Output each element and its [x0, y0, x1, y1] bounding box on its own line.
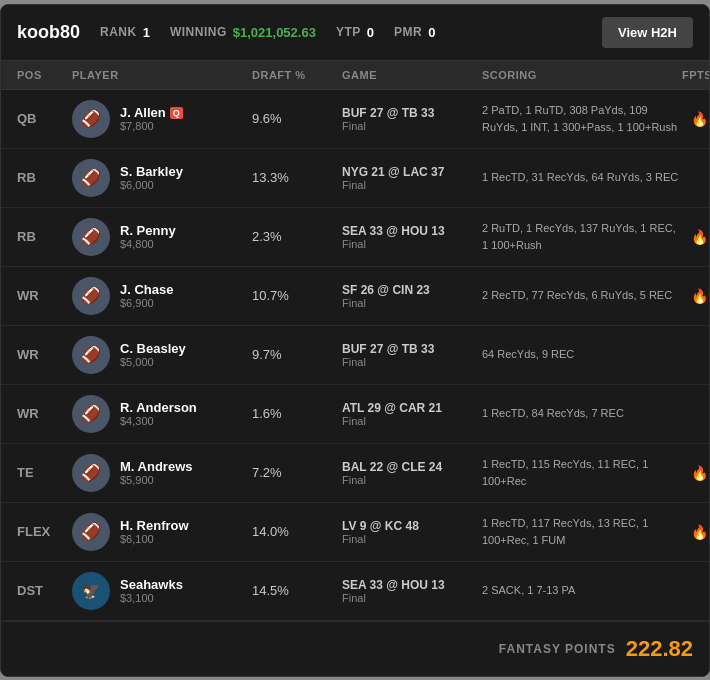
col-game: GAME — [342, 69, 482, 81]
player-name: R. Penny — [120, 223, 176, 238]
player-info: 🏈 J. Allen Q $7,800 — [72, 100, 252, 138]
pmr-stat: PMR 0 — [394, 25, 435, 40]
player-pos: TE — [17, 465, 72, 480]
game-final: Final — [342, 533, 482, 545]
player-name-block: S. Barkley $6,000 — [120, 164, 183, 191]
fpts-cell: 🔥 42.22 — [682, 111, 710, 127]
scoring-text: 2 RecTD, 77 RecYds, 6 RuYds, 5 REC — [482, 287, 682, 304]
table-row: WR 🏈 C. Beasley $5,000 9.7% BUF 27 @ TB … — [1, 326, 709, 385]
player-pos: WR — [17, 347, 72, 362]
player-pos: WR — [17, 406, 72, 421]
player-name-block: Seahawks $3,100 — [120, 577, 183, 604]
pmr-label: PMR — [394, 25, 422, 39]
player-salary: $6,000 — [120, 179, 183, 191]
game-info: SEA 33 @ HOU 13 Final — [342, 224, 482, 250]
player-pos: RB — [17, 170, 72, 185]
player-name-block: R. Anderson $4,300 — [120, 400, 197, 427]
player-salary: $3,100 — [120, 592, 183, 604]
ytp-label: YTP — [336, 25, 361, 39]
avatar: 🏈 — [72, 513, 110, 551]
player-list: QB 🏈 J. Allen Q $7,800 9.6% BUF 27 @ TB … — [1, 90, 709, 621]
game-score: SEA 33 @ HOU 13 — [342, 224, 482, 238]
game-score: BUF 27 @ TB 33 — [342, 342, 482, 356]
draft-pct: 9.6% — [252, 111, 342, 126]
game-score: NYG 21 @ LAC 37 — [342, 165, 482, 179]
table-row: RB 🏈 S. Barkley $6,000 13.3% NYG 21 @ LA… — [1, 149, 709, 208]
ytp-value: 0 — [367, 25, 374, 40]
col-scoring: SCORING — [482, 69, 682, 81]
avatar: 🏈 — [72, 454, 110, 492]
fpts-cell: 21.40 — [682, 406, 710, 422]
footer: FANTASY POINTS 222.82 — [1, 621, 709, 676]
player-pos: QB — [17, 111, 72, 126]
game-final: Final — [342, 474, 482, 486]
player-name-block: J. Chase $6,900 — [120, 282, 173, 309]
player-name: J. Chase — [120, 282, 173, 297]
player-info: 🏈 R. Anderson $4,300 — [72, 395, 252, 433]
fpts-cell: 18.50 — [682, 170, 710, 186]
game-final: Final — [342, 297, 482, 309]
player-name: S. Barkley — [120, 164, 183, 179]
view-h2h-button[interactable]: View H2H — [602, 17, 693, 48]
player-pos: FLEX — [17, 524, 72, 539]
player-name: H. Renfrow — [120, 518, 189, 533]
player-salary: $6,100 — [120, 533, 189, 545]
draft-pct: 1.6% — [252, 406, 342, 421]
player-salary: $4,300 — [120, 415, 197, 427]
game-final: Final — [342, 238, 482, 250]
game-score: BAL 22 @ CLE 24 — [342, 460, 482, 474]
hot-icon: 🔥 — [691, 229, 708, 245]
draft-pct: 2.3% — [252, 229, 342, 244]
table-row: WR 🏈 J. Chase $6,900 10.7% SF 26 @ CIN 2… — [1, 267, 709, 326]
game-score: LV 9 @ KC 48 — [342, 519, 482, 533]
winning-stat: WINNING $1,021,052.63 — [170, 25, 316, 40]
player-pos: DST — [17, 583, 72, 598]
player-name: J. Allen Q — [120, 105, 183, 120]
hot-icon: 🔥 — [691, 465, 708, 481]
game-score: BUF 27 @ TB 33 — [342, 106, 482, 120]
avatar: 🏈 — [72, 395, 110, 433]
game-info: ATL 29 @ CAR 21 Final — [342, 401, 482, 427]
column-headers: POS PLAYER DRAFT % GAME SCORING FPTS — [1, 61, 709, 90]
footer-label: FANTASY POINTS — [499, 642, 616, 656]
player-info: 🏈 J. Chase $6,900 — [72, 277, 252, 315]
rank-stat: RANK 1 — [100, 25, 150, 40]
draft-pct: 7.2% — [252, 465, 342, 480]
fpts-cell: 🔥 29.80 — [682, 229, 710, 245]
player-name: M. Andrews — [120, 459, 192, 474]
draft-pct: 14.0% — [252, 524, 342, 539]
game-info: SF 26 @ CIN 23 Final — [342, 283, 482, 309]
hot-icon: 🔥 — [691, 524, 708, 540]
player-name-block: R. Penny $4,800 — [120, 223, 176, 250]
game-info: BUF 27 @ TB 33 Final — [342, 342, 482, 368]
player-info: 🏈 C. Beasley $5,000 — [72, 336, 252, 374]
avatar: 🏈 — [72, 277, 110, 315]
fpts-cell: 🔥 31.50 — [682, 465, 710, 481]
header: koob80 RANK 1 WINNING $1,021,052.63 YTP … — [1, 5, 709, 61]
game-final: Final — [342, 179, 482, 191]
game-score: SEA 33 @ HOU 13 — [342, 578, 482, 592]
winning-label: WINNING — [170, 25, 227, 39]
player-name: R. Anderson — [120, 400, 197, 415]
game-score: ATL 29 @ CAR 21 — [342, 401, 482, 415]
pmr-value: 0 — [428, 25, 435, 40]
player-name-block: J. Allen Q $7,800 — [120, 105, 183, 132]
winning-value: $1,021,052.63 — [233, 25, 316, 40]
username: koob80 — [17, 22, 80, 43]
table-row: TE 🏈 M. Andrews $5,900 7.2% BAL 22 @ CLE… — [1, 444, 709, 503]
scoring-text: 1 RecTD, 84 RecYds, 7 REC — [482, 405, 682, 422]
fpts-cell: 🔥 32.70 — [682, 524, 710, 540]
avatar: 🦅 — [72, 572, 110, 610]
player-info: 🏈 M. Andrews $5,900 — [72, 454, 252, 492]
draft-pct: 10.7% — [252, 288, 342, 303]
col-fpts: FPTS — [682, 69, 710, 81]
player-salary: $5,000 — [120, 356, 186, 368]
player-name-block: C. Beasley $5,000 — [120, 341, 186, 368]
scoring-text: 1 RecTD, 117 RecYds, 13 REC, 1 100+Rec, … — [482, 515, 682, 548]
col-draft-pct: DRAFT % — [252, 69, 342, 81]
rank-value: 1 — [143, 25, 150, 40]
game-info: BUF 27 @ TB 33 Final — [342, 106, 482, 132]
player-salary: $7,800 — [120, 120, 183, 132]
col-player: PLAYER — [72, 69, 252, 81]
scoring-text: 1 RecTD, 115 RecYds, 11 REC, 1 100+Rec — [482, 456, 682, 489]
